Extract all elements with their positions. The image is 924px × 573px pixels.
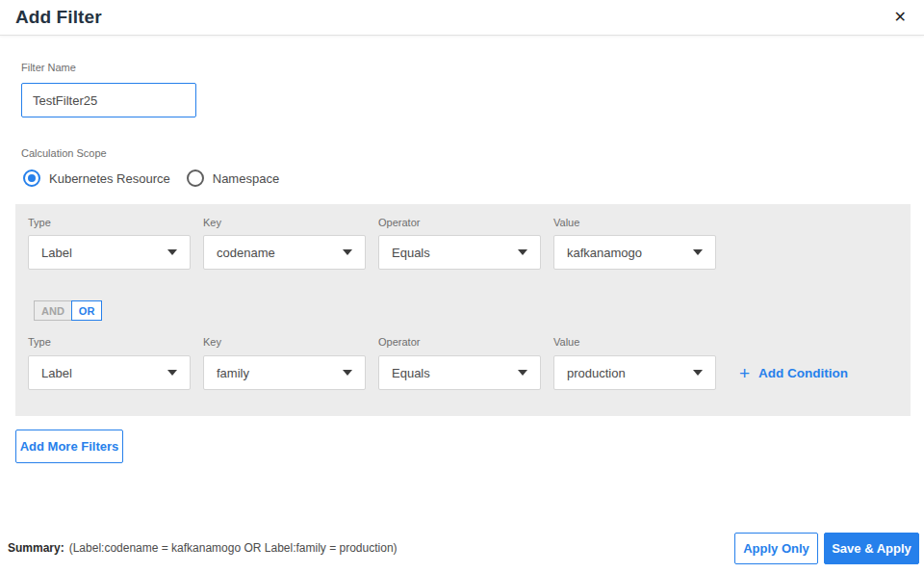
key-dropdown[interactable]: family — [203, 355, 366, 390]
dialog-title: Add Filter — [15, 7, 102, 28]
caret-down-icon — [518, 370, 527, 376]
operator-column-label: Operator — [378, 217, 420, 228]
type-column-label: Type — [28, 217, 51, 228]
calculation-scope-label: Calculation Scope — [21, 147, 107, 159]
filter-name-label: Filter Name — [21, 62, 76, 73]
calculation-scope-radio-group: Kubernetes Resource Namespace — [23, 169, 279, 187]
radio-label: Kubernetes Resource — [49, 171, 170, 186]
caret-down-icon — [518, 249, 527, 255]
add-filter-dialog: Add Filter ✕ Filter Name Calculation Sco… — [0, 0, 924, 573]
dropdown-value: Equals — [392, 366, 430, 380]
value-dropdown[interactable]: kafkanamogo — [553, 235, 716, 270]
operator-dropdown[interactable]: Equals — [378, 235, 541, 270]
dropdown-value: codename — [217, 246, 275, 260]
dropdown-value: production — [567, 366, 626, 380]
type-dropdown[interactable]: Label — [28, 355, 191, 390]
radio-selected-icon — [23, 169, 40, 187]
filter-name-input[interactable] — [21, 83, 196, 117]
value-dropdown[interactable]: production — [553, 355, 716, 390]
radio-namespace[interactable]: Namespace — [187, 169, 279, 187]
key-dropdown[interactable]: codename — [203, 235, 366, 270]
summary-text: (Label:codename = kafkanamogo OR Label:f… — [69, 541, 398, 555]
key-column-label: Key — [203, 336, 221, 348]
radio-label: Namespace — [213, 171, 279, 186]
add-condition-button[interactable]: + Add Condition — [739, 355, 848, 390]
add-more-filters-button[interactable]: Add More Filters — [15, 430, 123, 463]
or-toggle-button[interactable]: OR — [71, 300, 103, 321]
dropdown-value: Label — [41, 366, 72, 380]
operator-dropdown[interactable]: Equals — [378, 355, 541, 390]
value-column-label: Value — [553, 217, 579, 228]
close-button[interactable]: ✕ — [892, 6, 909, 29]
caret-down-icon — [343, 249, 352, 255]
add-condition-label: Add Condition — [758, 366, 848, 380]
key-column-label: Key — [203, 217, 221, 228]
dropdown-value: family — [217, 366, 249, 380]
logic-toggle: AND OR — [34, 300, 102, 321]
caret-down-icon — [343, 370, 352, 376]
conditions-panel: Type Key Operator Value Label codename E… — [15, 204, 911, 416]
summary-label: Summary: — [8, 541, 64, 555]
caret-down-icon — [167, 249, 177, 255]
apply-only-button[interactable]: Apply Only — [734, 533, 818, 564]
value-column-label: Value — [553, 336, 579, 348]
dropdown-value: kafkanamogo — [567, 246, 642, 260]
caret-down-icon — [693, 370, 703, 376]
save-apply-button[interactable]: Save & Apply — [824, 533, 919, 564]
radio-unselected-icon — [187, 169, 204, 187]
radio-kubernetes-resource[interactable]: Kubernetes Resource — [23, 169, 170, 187]
dropdown-value: Equals — [392, 246, 430, 260]
type-column-label: Type — [28, 336, 51, 348]
and-toggle-button[interactable]: AND — [34, 300, 72, 321]
dialog-header: Add Filter ✕ — [0, 0, 924, 36]
caret-down-icon — [167, 370, 177, 376]
operator-column-label: Operator — [378, 336, 420, 348]
dropdown-value: Label — [41, 246, 72, 260]
caret-down-icon — [693, 249, 703, 255]
summary: Summary:(Label:codename = kafkanamogo OR… — [8, 541, 398, 555]
type-dropdown[interactable]: Label — [28, 235, 191, 270]
plus-icon: + — [739, 364, 750, 382]
close-icon: ✕ — [894, 9, 907, 25]
